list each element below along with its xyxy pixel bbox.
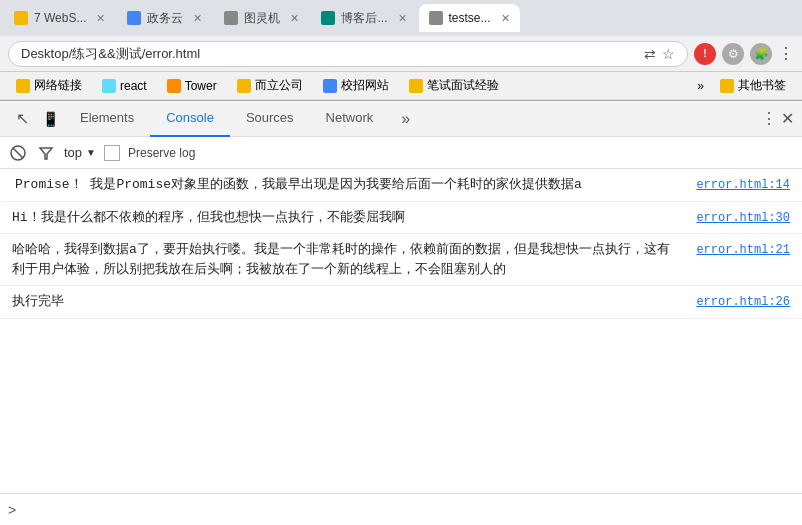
bookmarks-bar: 网络链接 react Tower 而立公司 校招网站 笔试面试经验 » 其他书签 <box>0 72 802 100</box>
bookmark-erli[interactable]: 而立公司 <box>229 75 311 96</box>
preserve-log-checkbox[interactable]: Preserve log <box>128 146 195 160</box>
bookmark-network[interactable]: 网络链接 <box>8 75 90 96</box>
tab-5-close[interactable]: ✕ <box>501 12 510 25</box>
tab-2[interactable]: 政务云 ✕ <box>117 4 212 32</box>
bookmark-tower-icon <box>167 79 181 93</box>
bookmark-exam[interactable]: 笔试面试经验 <box>401 75 507 96</box>
settings-icon[interactable]: ⚙ <box>722 43 744 65</box>
bookmark-react-label: react <box>120 79 147 93</box>
bookmark-others-icon <box>720 79 734 93</box>
bookmark-react[interactable]: react <box>94 77 155 95</box>
tab-console-label: Console <box>166 110 214 125</box>
extension-icon[interactable]: 🧩 <box>750 43 772 65</box>
devtools-tab-bar: ↖ 📱 Elements Console Sources Network » ⋮… <box>0 101 802 137</box>
devtools-close-icon[interactable]: ✕ <box>781 109 794 128</box>
message-1-text: Promise！ 我是Promise对象里的函数，我最早出现是因为我要给后面一个… <box>15 175 680 195</box>
bookmark-others-label: 其他书签 <box>738 77 786 94</box>
bookmark-network-icon <box>16 79 30 93</box>
bookmark-erli-label: 而立公司 <box>255 77 303 94</box>
tab-4-label: 博客后... <box>341 10 387 27</box>
tab-network[interactable]: Network <box>310 101 390 137</box>
tab-2-label: 政务云 <box>147 10 183 27</box>
bookmark-school[interactable]: 校招网站 <box>315 75 397 96</box>
bookmark-network-label: 网络链接 <box>34 77 82 94</box>
tab-3[interactable]: 图灵机 ✕ <box>214 4 309 32</box>
svg-marker-2 <box>40 148 52 159</box>
bookmark-react-icon <box>102 79 116 93</box>
clear-console-icon[interactable] <box>8 143 28 163</box>
tab-1-label: 7 WebS... <box>34 11 86 25</box>
console-input[interactable] <box>24 502 794 517</box>
tab-console[interactable]: Console <box>150 101 230 137</box>
bookmark-school-label: 校招网站 <box>341 77 389 94</box>
console-message-2: Hi！我是什么都不依赖的程序，但我也想快一点执行，不能委屈我啊 error.ht… <box>0 202 802 235</box>
filter-icon[interactable] <box>36 143 56 163</box>
message-1-link[interactable]: error.html:14 <box>696 175 790 194</box>
message-2-link[interactable]: error.html:30 <box>696 208 790 227</box>
bookmarks-more[interactable]: » <box>697 79 704 93</box>
cursor-icon[interactable]: ↖ <box>8 105 36 133</box>
top-filter-label: top <box>64 145 82 160</box>
bookmark-tower[interactable]: Tower <box>159 77 225 95</box>
menu-icon[interactable]: ⋮ <box>778 44 794 63</box>
svg-line-1 <box>13 148 23 158</box>
bookmark-exam-icon <box>409 79 423 93</box>
tab-elements-label: Elements <box>80 110 134 125</box>
tab-1-close[interactable]: ✕ <box>96 12 105 25</box>
responsive-icon[interactable]: 📱 <box>36 105 64 133</box>
tab-5-label: testse... <box>449 11 491 25</box>
tab-1[interactable]: 7 WebS... ✕ <box>4 4 115 32</box>
tab-sources-label: Sources <box>246 110 294 125</box>
shield-icon[interactable]: ! <box>694 43 716 65</box>
tab-4[interactable]: 博客后... ✕ <box>311 4 416 32</box>
bookmark-others[interactable]: 其他书签 <box>712 75 794 96</box>
devtools-panel: ↖ 📱 Elements Console Sources Network » ⋮… <box>0 100 802 525</box>
top-filter-dropdown[interactable]: ▼ <box>86 147 96 158</box>
tab-3-favicon <box>224 11 238 25</box>
devtools-settings-icon[interactable]: ⋮ <box>761 109 777 128</box>
console-prompt: > <box>8 502 16 518</box>
tab-bar: 7 WebS... ✕ 政务云 ✕ 图灵机 ✕ 博客后... ✕ testse.… <box>0 0 802 36</box>
tab-4-close[interactable]: ✕ <box>398 12 407 25</box>
address-bar-row: Desktop/练习&&测试/error.html ⇄ ☆ ! ⚙ 🧩 ⋮ <box>0 36 802 72</box>
console-input-row: > <box>0 493 802 525</box>
tab-5-favicon <box>429 11 443 25</box>
message-3-link[interactable]: error.html:21 <box>696 240 790 259</box>
bookmarks-more-label: » <box>697 79 704 93</box>
bookmark-exam-label: 笔试面试经验 <box>427 77 499 94</box>
browser-window: 7 WebS... ✕ 政务云 ✕ 图灵机 ✕ 博客后... ✕ testse.… <box>0 0 802 525</box>
tab-network-label: Network <box>326 110 374 125</box>
bookmark-tower-label: Tower <box>185 79 217 93</box>
console-message-4: 执行完毕 error.html:26 <box>0 286 802 319</box>
message-3-text: 哈哈哈，我得到数据a了，要开始执行喽。我是一个非常耗时的操作，依赖前面的数据，但… <box>12 240 680 279</box>
tab-sources[interactable]: Sources <box>230 101 310 137</box>
tab-2-favicon <box>127 11 141 25</box>
translate-icon[interactable]: ⇄ <box>644 46 656 62</box>
preserve-log-label: Preserve log <box>128 146 195 160</box>
devtools-right-icons: ⋮ ✕ <box>761 109 794 128</box>
console-message-1: Promise！ 我是Promise对象里的函数，我最早出现是因为我要给后面一个… <box>0 169 802 202</box>
tab-1-favicon <box>14 11 28 25</box>
bookmark-erli-icon <box>237 79 251 93</box>
address-bar[interactable]: Desktop/练习&&测试/error.html ⇄ ☆ <box>8 41 688 67</box>
message-4-link[interactable]: error.html:26 <box>696 292 790 311</box>
tab-2-close[interactable]: ✕ <box>193 12 202 25</box>
tab-3-close[interactable]: ✕ <box>290 12 299 25</box>
tab-elements[interactable]: Elements <box>64 101 150 137</box>
tab-5[interactable]: testse... ✕ <box>419 4 520 32</box>
console-toolbar: top ▼ Preserve log <box>0 137 802 169</box>
devtools-more-tabs[interactable]: » <box>393 110 418 128</box>
tab-4-favicon <box>321 11 335 25</box>
bookmark-school-icon <box>323 79 337 93</box>
console-message-3: 哈哈哈，我得到数据a了，要开始执行喽。我是一个非常耗时的操作，依赖前面的数据，但… <box>0 234 802 286</box>
checkbox-icon <box>104 145 120 161</box>
bookmark-star-icon[interactable]: ☆ <box>662 46 675 62</box>
top-filter[interactable]: top ▼ <box>64 145 96 160</box>
address-bar-icons: ⇄ ☆ <box>644 46 675 62</box>
console-messages: Promise！ 我是Promise对象里的函数，我最早出现是因为我要给后面一个… <box>0 169 802 479</box>
address-text: Desktop/练习&&测试/error.html <box>21 45 636 63</box>
message-4-text: 执行完毕 <box>12 292 680 312</box>
message-2-text: Hi！我是什么都不依赖的程序，但我也想快一点执行，不能委屈我啊 <box>12 208 680 228</box>
tab-3-label: 图灵机 <box>244 10 280 27</box>
